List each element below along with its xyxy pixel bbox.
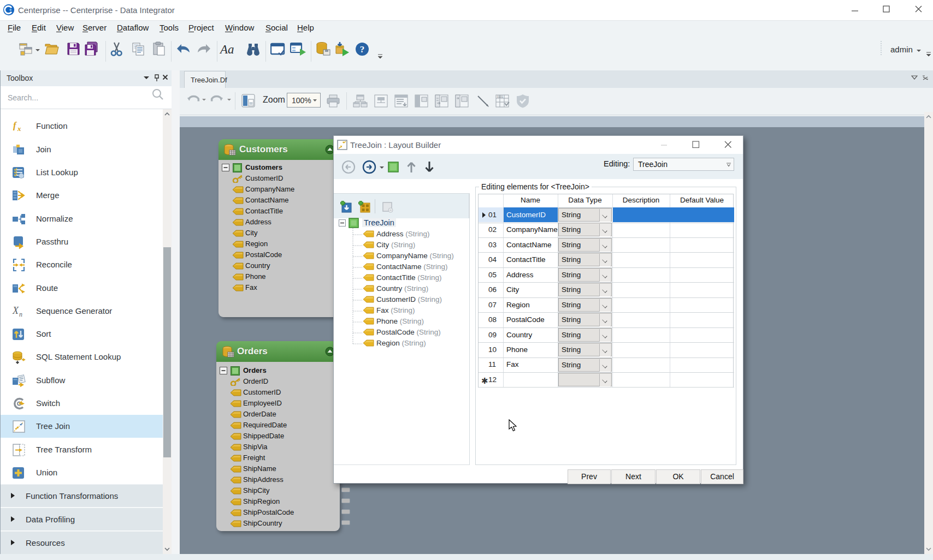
svg-text:n: n [19,311,22,318]
svg-text:?: ? [360,44,365,55]
svg-text:f: f [13,120,17,130]
svg-text:X: X [12,305,19,316]
svg-text:x: x [17,124,21,133]
svg-text:0101: 0101 [497,95,503,98]
